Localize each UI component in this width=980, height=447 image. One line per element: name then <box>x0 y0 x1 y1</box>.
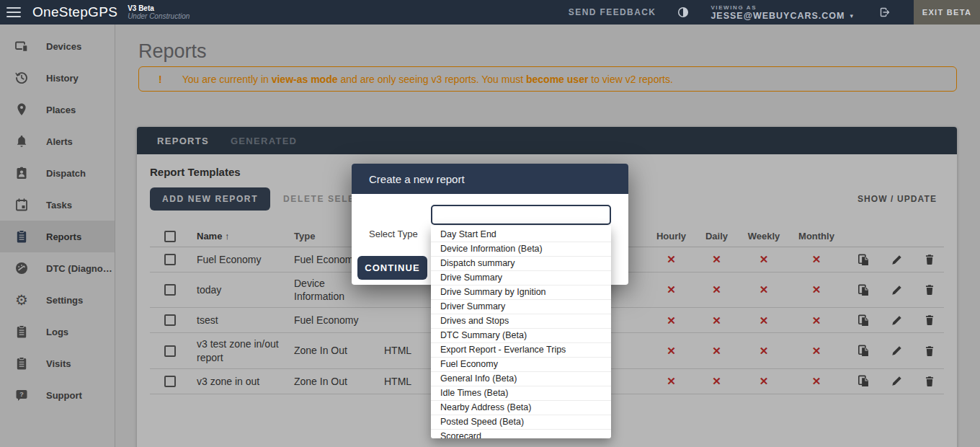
viewing-as-email: JESSE@WEBUYCARS.COM <box>710 11 845 21</box>
top-bar: OneStepGPS V3 Beta Under Construction SE… <box>0 0 980 25</box>
dropdown-option[interactable]: Posted Speed (Beta) <box>431 415 611 430</box>
app-logo: OneStepGPS <box>32 4 117 20</box>
dropdown-option[interactable]: Nearby Address (Beta) <box>431 401 611 415</box>
viewing-as-block: VIEWING AS JESSE@WEBUYCARS.COM ▾ <box>710 4 853 21</box>
version-label: V3 Beta <box>128 4 190 13</box>
dropdown-option[interactable]: Export Report - Everlance Trips <box>431 343 611 358</box>
select-type-input[interactable] <box>431 205 611 225</box>
dropdown-option[interactable]: Day Start End <box>431 228 611 242</box>
select-type-label: Select Type <box>369 229 418 239</box>
dropdown-option[interactable]: Driver Summary <box>431 300 611 314</box>
report-type-dropdown: Day Start End Device Information (Beta) … <box>431 226 611 438</box>
version-info: V3 Beta Under Construction <box>128 4 190 21</box>
dropdown-option[interactable]: Drive Summary <box>431 271 611 286</box>
version-sublabel: Under Construction <box>128 12 190 21</box>
dropdown-option[interactable]: DTC Summary (Beta) <box>431 329 611 343</box>
dropdown-option[interactable]: Dispatch summary <box>431 257 611 271</box>
modal-title: Create a new report <box>352 164 628 194</box>
theme-contrast-icon[interactable] <box>677 6 689 18</box>
chevron-down-icon: ▾ <box>850 12 853 19</box>
dropdown-option[interactable]: Idle Times (Beta) <box>431 386 611 401</box>
hamburger-menu-icon[interactable] <box>6 4 21 20</box>
dropdown-option[interactable]: Drive Summary by Ignition <box>431 286 611 300</box>
dropdown-option[interactable]: Fuel Economy <box>431 358 611 372</box>
send-feedback-button[interactable]: SEND FEEDBACK <box>569 7 656 17</box>
logout-icon[interactable] <box>878 6 891 19</box>
dropdown-option[interactable]: General Info (Beta) <box>431 372 611 386</box>
dropdown-option[interactable]: Drives and Stops <box>431 314 611 329</box>
viewing-as-selector[interactable]: JESSE@WEBUYCARS.COM ▾ <box>710 11 853 21</box>
dropdown-option[interactable]: Device Information (Beta) <box>431 242 611 257</box>
viewing-as-label: VIEWING AS <box>710 4 853 11</box>
exit-beta-button[interactable]: EXIT BETA <box>914 0 980 25</box>
continue-button[interactable]: CONTINUE <box>357 256 427 280</box>
dropdown-option[interactable]: Scorecard <box>431 430 611 438</box>
